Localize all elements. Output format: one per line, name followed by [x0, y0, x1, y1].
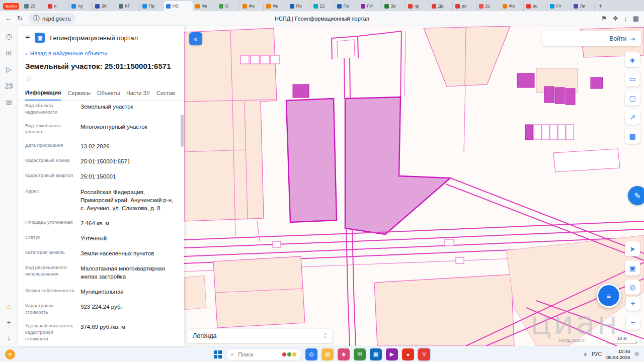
clock[interactable]: 10:46 08.04.2026	[606, 348, 630, 360]
object-title: Земельный участок: 25:01:150001:6571	[18, 57, 184, 71]
taskbar-apps: ◎▤◈✉▦▶●Y	[305, 348, 430, 360]
refresh-icon[interactable]: ↻	[17, 15, 23, 22]
favorite-star-button[interactable]: ☆	[18, 71, 184, 83]
field-value: 25:01:150001:6571	[80, 157, 176, 165]
app-folder[interactable]: ▤	[321, 348, 334, 360]
browser-tab[interactable]: ро	[524, 1, 547, 11]
panel-scrollbar[interactable]	[181, 115, 184, 344]
panel-tab[interactable]: Информация	[25, 89, 61, 101]
browser-tab[interactable]: Фе	[193, 1, 216, 11]
downloads-icon[interactable]: ↓	[624, 15, 627, 22]
tray-chevron-icon[interactable]: ∧	[584, 351, 587, 357]
browser-tab[interactable]: Ау	[69, 1, 93, 11]
share-icon[interactable]: ↗	[625, 110, 640, 125]
sidebar-toggle-icon[interactable]: ▦	[633, 15, 639, 22]
portal-logo-icon: ▣	[35, 33, 45, 43]
browser-tab[interactable]: 23	[22, 1, 45, 11]
selected-parcel-1[interactable]	[286, 99, 337, 222]
collapse-panel-button[interactable]: «	[189, 32, 202, 45]
locate-icon[interactable]: ➤	[625, 241, 640, 256]
app-store[interactable]: ▦	[370, 348, 382, 360]
menu-icon[interactable]: ≡	[25, 33, 30, 42]
back-to-results-link[interactable]: ‹ Назад в найденные объекты	[18, 47, 184, 57]
browser-tab[interactable]: Фе	[500, 1, 524, 11]
panel-tab[interactable]: Части ЗУ	[126, 90, 150, 100]
app-alert[interactable]: ●	[402, 348, 414, 360]
play-icon[interactable]: ▷	[4, 65, 14, 73]
print-icon[interactable]: ▤	[625, 129, 640, 144]
address-bar[interactable]: ⓘ nspd.gov.ru	[28, 13, 76, 24]
browser-tab[interactable]: КГ	[116, 1, 140, 11]
browser-tab[interactable]: 21	[476, 1, 500, 11]
scrollbar-thumb[interactable]	[181, 115, 184, 147]
app-mail[interactable]: ✉	[354, 348, 366, 360]
search-area-icon[interactable]: ◎	[625, 280, 640, 295]
collections-icon[interactable]: ⊞	[4, 49, 14, 57]
browser-tab[interactable]: ро	[453, 1, 476, 11]
browser-tab[interactable]: Да	[429, 1, 453, 11]
app-yandex[interactable]: Y	[418, 348, 430, 360]
chat-button[interactable]: ≡	[597, 284, 621, 308]
select-area-icon[interactable]: ▢	[625, 90, 640, 106]
overview-map-icon[interactable]: ▣	[625, 260, 640, 276]
smiley-icon[interactable]: ☺	[4, 303, 14, 311]
login-bar[interactable]: Войти ⇥	[542, 31, 641, 46]
tab-label: пр	[414, 4, 419, 9]
browser-tab[interactable]: О	[216, 1, 240, 11]
language-indicator[interactable]: РУС	[592, 351, 602, 357]
start-button[interactable]	[214, 350, 222, 358]
tab-label: и	[54, 4, 56, 9]
back-icon[interactable]: ←	[5, 15, 12, 22]
browser-tab[interactable]: Фе	[264, 1, 287, 11]
legend-expander-icon[interactable]: ∧∨	[324, 332, 327, 339]
field-row: Вид разрешенного использования Малоэтажн…	[25, 261, 176, 284]
app-browser[interactable]: ◎	[305, 348, 317, 360]
browser-tab[interactable]: ГИ	[358, 1, 382, 11]
browser-tab[interactable]: Фе	[240, 1, 264, 11]
app-video[interactable]: ▶	[386, 348, 398, 360]
panel-tab[interactable]: Сервисы	[67, 90, 91, 100]
browser-tab[interactable]: пр	[406, 1, 429, 11]
taskbar-center: ⌕ ◎▤◈✉▦▶●Y	[214, 348, 430, 360]
browser-tab[interactable]: ЗК	[93, 1, 116, 11]
browser-tab[interactable]: Ли	[571, 1, 595, 11]
browser-tab[interactable]: НС	[164, 1, 193, 11]
download-tray-icon[interactable]: ↓	[4, 334, 14, 342]
site-info-icon[interactable]: ⓘ	[33, 14, 40, 23]
browser-tab[interactable]: Зе	[382, 1, 406, 11]
extensions-icon[interactable]: ❖	[613, 15, 619, 22]
notes-badge[interactable]: 23	[4, 82, 14, 90]
browser-tab[interactable]: 22	[311, 1, 335, 11]
browser-tab[interactable]: По	[287, 1, 311, 11]
selected-parcel-2[interactable]	[345, 97, 450, 234]
taskbar-search[interactable]: ⌕	[226, 348, 301, 360]
notifications-icon[interactable]: ✉	[635, 351, 639, 357]
bookmark-icon[interactable]: ⚑	[601, 15, 607, 22]
weather-icon[interactable]: ☀	[5, 349, 15, 359]
browser-tab[interactable]: По	[335, 1, 358, 11]
panel-tab[interactable]: Состав	[156, 90, 175, 100]
tab-label: Гл	[556, 4, 561, 9]
tab-favicon	[408, 4, 413, 9]
cadastral-map-svg[interactable]: циан	[184, 26, 644, 346]
add-icon[interactable]: +	[4, 318, 14, 326]
ruler-icon[interactable]: ▭	[625, 71, 640, 86]
layers-icon[interactable]: ◈	[625, 52, 640, 67]
browser-signin-button[interactable]: Войти	[3, 3, 19, 10]
tab-favicon	[142, 4, 147, 9]
panel-tab[interactable]: Объекты	[97, 90, 120, 100]
legend-bar[interactable]: Легенда ∧∨	[187, 329, 332, 343]
messenger-icon[interactable]: ✉	[4, 99, 14, 107]
tab-favicon	[24, 4, 29, 9]
search-input[interactable]	[237, 351, 272, 358]
browser-tab[interactable]: Гл	[547, 1, 571, 11]
zoom-out-button[interactable]: −	[626, 316, 640, 330]
history-icon[interactable]: ◷	[4, 32, 14, 40]
app-photos[interactable]: ◈	[338, 348, 350, 360]
draw-tool-button[interactable]: ✎	[628, 186, 644, 205]
zoom-in-button[interactable]: +	[626, 297, 640, 311]
browser-tab[interactable]: Пр	[140, 1, 164, 11]
new-tab-button[interactable]: +	[595, 2, 606, 11]
browser-tab[interactable]: и	[45, 1, 69, 11]
field-label: Вид земельного участка	[25, 123, 76, 136]
